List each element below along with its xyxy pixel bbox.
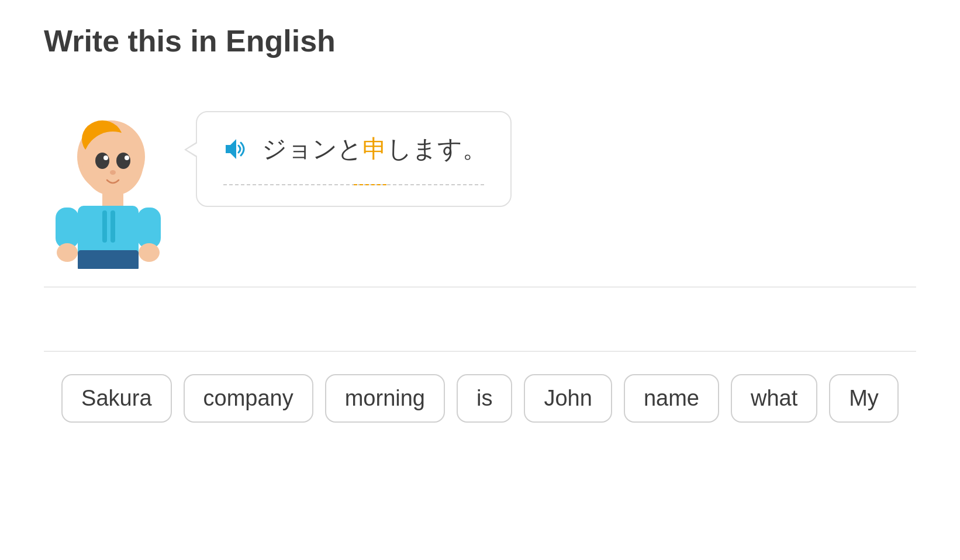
page-title: Write this in English <box>44 23 336 58</box>
word-sakura[interactable]: Sakura <box>61 374 171 423</box>
svg-rect-17 <box>85 260 107 269</box>
highlighted-kanji: 申 <box>362 135 387 163</box>
svg-point-3 <box>95 153 109 169</box>
word-what[interactable]: what <box>731 374 817 423</box>
svg-rect-18 <box>109 260 132 269</box>
word-company[interactable]: company <box>184 374 313 423</box>
speech-bubble: ジョンと申します。 <box>196 111 512 207</box>
content-area: ジョンと申します。 <box>44 94 916 269</box>
svg-point-4 <box>116 153 130 169</box>
svg-rect-8 <box>102 192 123 208</box>
word-morning[interactable]: morning <box>325 374 445 423</box>
dashed-underline <box>223 184 484 185</box>
svg-point-15 <box>139 243 160 262</box>
svg-point-6 <box>125 155 129 160</box>
dashed-underline-highlight <box>354 184 389 185</box>
svg-rect-12 <box>56 208 79 248</box>
word-john[interactable]: John <box>524 374 612 423</box>
japanese-sentence: ジョンと申します。 <box>262 133 487 165</box>
svg-point-2 <box>82 132 143 196</box>
speaker-icon[interactable] <box>221 134 250 164</box>
svg-rect-11 <box>110 210 115 243</box>
character-illustration <box>44 94 172 269</box>
svg-point-14 <box>57 243 78 262</box>
word-is[interactable]: is <box>457 374 512 423</box>
svg-point-5 <box>103 155 108 160</box>
word-my[interactable]: My <box>829 374 899 423</box>
answer-area[interactable] <box>44 286 916 351</box>
word-bank: SakuracompanymorningisJohnnamewhatMy <box>0 374 960 423</box>
word-name[interactable]: name <box>624 374 719 423</box>
bottom-divider <box>44 351 916 352</box>
svg-point-7 <box>110 170 116 175</box>
svg-rect-13 <box>137 208 161 248</box>
svg-rect-10 <box>102 210 107 243</box>
